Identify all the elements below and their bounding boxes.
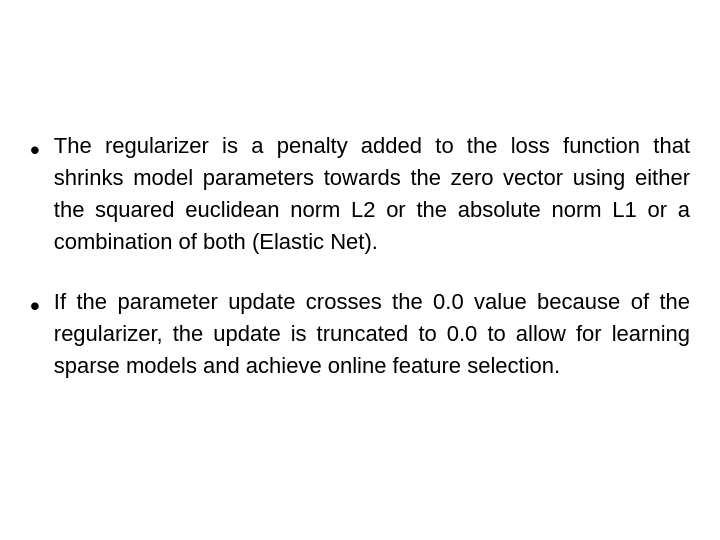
bullet-text-1: The regularizer is a penalty added to th… xyxy=(54,130,690,258)
bullet-item-2: • If the parameter update crosses the 0.… xyxy=(30,286,690,382)
bullet-item-1: • The regularizer is a penalty added to … xyxy=(30,130,690,258)
bullet-text-2: If the parameter update crosses the 0.0 … xyxy=(54,286,690,382)
main-content: • The regularizer is a penalty added to … xyxy=(20,110,700,429)
bullet-symbol-2: • xyxy=(30,288,40,324)
bullet-symbol-1: • xyxy=(30,132,40,168)
